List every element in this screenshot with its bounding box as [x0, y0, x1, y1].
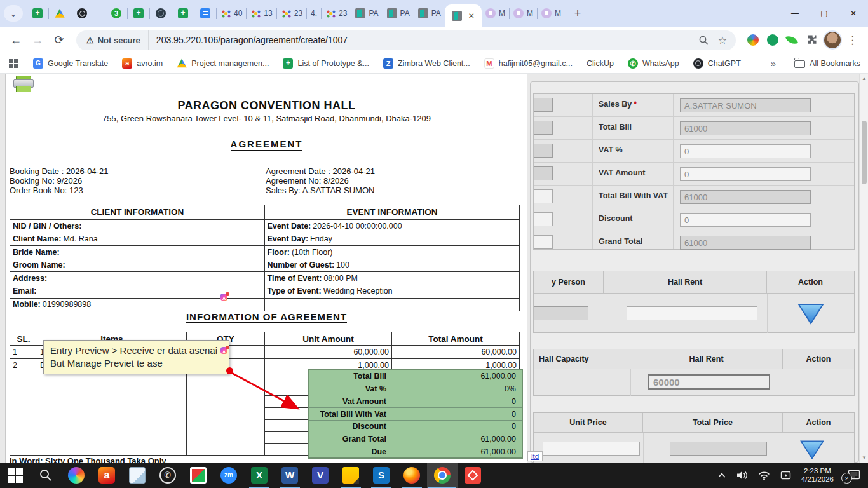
- total-bill-input[interactable]: 61000: [680, 121, 811, 135]
- browser-tab[interactable]: 23: [322, 4, 351, 23]
- apps-grid-icon[interactable]: [9, 59, 13, 63]
- vat-amount-input[interactable]: 0: [680, 167, 811, 181]
- irfanview-button[interactable]: [183, 463, 214, 488]
- new-tab-button[interactable]: +: [569, 4, 587, 22]
- close-tab-icon[interactable]: ✕: [468, 12, 475, 20]
- taskbar-search-button[interactable]: [31, 463, 61, 488]
- back-button[interactable]: ←: [6, 30, 25, 50]
- pinned-tab[interactable]: [172, 4, 194, 23]
- search-icon[interactable]: [698, 35, 709, 46]
- hidden-input-stub[interactable]: [534, 121, 553, 135]
- hidden-input-stub[interactable]: [534, 166, 553, 180]
- browser-tab[interactable]: 4.: [307, 4, 321, 23]
- bookmark-item[interactable]: Google Translate: [33, 58, 108, 69]
- pinned-tab[interactable]: [93, 4, 105, 23]
- browser-tab[interactable]: 13: [247, 4, 276, 23]
- avro-keyboard-button[interactable]: [92, 463, 122, 488]
- hall-rent-input[interactable]: [627, 306, 757, 320]
- scrollbar-thumb[interactable]: [862, 121, 867, 184]
- zoom-button[interactable]: [214, 463, 244, 488]
- close-window-button[interactable]: ✕: [839, 0, 868, 27]
- scroll-down-icon[interactable]: ▼: [860, 455, 868, 461]
- forward-button[interactable]: →: [28, 30, 47, 50]
- bookmark-item[interactable]: hafijmit05@gmail.c...: [484, 58, 573, 69]
- bookmark-item[interactable]: Zimbra Web Client...: [383, 58, 470, 69]
- person-input-stub[interactable]: [534, 306, 588, 320]
- taskbar-clock[interactable]: 2:23 PM 4/21/2026: [801, 467, 834, 484]
- browser-tab[interactable]: PA: [414, 4, 445, 23]
- notepad-button[interactable]: [122, 463, 153, 488]
- bookmark-item[interactable]: Project managemen...: [177, 58, 269, 69]
- print-icon[interactable]: [13, 76, 32, 92]
- total-price-input[interactable]: [670, 442, 767, 456]
- extension-icon[interactable]: [747, 34, 759, 46]
- total-bill-with-vat-input[interactable]: 61000: [680, 190, 811, 204]
- browser-tab[interactable]: M: [510, 4, 537, 23]
- pinned-tab[interactable]: [27, 4, 48, 23]
- browser-tab[interactable]: M: [482, 4, 509, 23]
- expand-triangle-icon[interactable]: [799, 439, 825, 461]
- extension-icon[interactable]: [767, 34, 778, 46]
- scroll-up-icon[interactable]: ▲: [860, 76, 868, 81]
- pinned-tab[interactable]: [150, 4, 172, 23]
- reload-button[interactable]: ⟳: [50, 30, 69, 50]
- excel-button[interactable]: [244, 463, 275, 488]
- hidden-input-stub[interactable]: [534, 189, 553, 203]
- browser-tab[interactable]: PA: [351, 4, 382, 23]
- leaf-extension-icon[interactable]: [785, 34, 799, 47]
- pinned-tab[interactable]: [71, 4, 93, 23]
- tray-expand-button[interactable]: [717, 472, 726, 478]
- s-app-button[interactable]: [366, 463, 397, 488]
- pinned-tab[interactable]: [128, 4, 149, 23]
- hidden-input-stub[interactable]: [534, 98, 553, 112]
- browser-tab[interactable]: 40: [217, 4, 246, 23]
- address-bar[interactable]: ⚠ Not secure 203.95.220.106/paragon/agre…: [76, 30, 736, 50]
- word-button[interactable]: [275, 463, 305, 488]
- vat-percent-input[interactable]: 0: [680, 144, 811, 158]
- network-button[interactable]: [758, 471, 770, 480]
- tab-search-button[interactable]: ⌄: [4, 5, 23, 22]
- sticky-notes-button[interactable]: [336, 463, 366, 488]
- url-text[interactable]: 203.95.220.106/paragon/agreement/create/…: [149, 35, 348, 45]
- volume-button[interactable]: [736, 470, 748, 480]
- chrome-button[interactable]: [427, 463, 458, 488]
- start-button[interactable]: [0, 463, 31, 488]
- hall-rent-60000-input[interactable]: 60000: [648, 374, 770, 390]
- hidden-input-stub[interactable]: [534, 144, 553, 158]
- tray-app-button[interactable]: [780, 471, 791, 480]
- security-chip[interactable]: ⚠ Not secure: [79, 30, 149, 50]
- expand-triangle-icon[interactable]: [797, 302, 825, 325]
- maximize-button[interactable]: ▢: [810, 0, 839, 27]
- minimize-button[interactable]: —: [780, 0, 810, 27]
- hidden-input-stub[interactable]: [534, 235, 553, 249]
- discount-input[interactable]: 0: [680, 213, 811, 227]
- visio-button[interactable]: [305, 463, 336, 488]
- pinned-tab[interactable]: [49, 4, 71, 23]
- bookmark-item[interactable]: List of Prototype &...: [283, 58, 369, 69]
- browser-tab[interactable]: PA: [383, 4, 414, 23]
- browser-tab[interactable]: 23: [277, 4, 306, 23]
- bookmark-item[interactable]: ChatGPT: [693, 58, 741, 69]
- grand-total-input[interactable]: 61000: [680, 236, 811, 250]
- bookmark-star-icon[interactable]: ☆: [718, 34, 727, 46]
- pinned-tab[interactable]: 3: [105, 4, 127, 23]
- action-center-button[interactable]: 2: [844, 470, 860, 481]
- bookmarks-overflow-icon[interactable]: »: [771, 58, 776, 69]
- bookmark-item[interactable]: WhatsApp: [628, 58, 679, 69]
- bookmark-item[interactable]: ClickUp: [587, 59, 614, 68]
- firefox-button[interactable]: [397, 463, 427, 488]
- profile-avatar[interactable]: [824, 32, 841, 48]
- pinned-tab[interactable]: [194, 4, 216, 23]
- browser-menu-icon[interactable]: ⋮: [843, 34, 862, 47]
- page-scrollbar[interactable]: ▲ ▼: [859, 74, 868, 463]
- bookmark-item[interactable]: avro.im: [122, 58, 163, 69]
- extensions-puzzle-icon[interactable]: [805, 34, 818, 46]
- browser-tab[interactable]: M: [538, 4, 565, 23]
- copilot-button[interactable]: [61, 463, 92, 488]
- hidden-input-stub[interactable]: [534, 212, 553, 226]
- unit-price-input[interactable]: [543, 442, 640, 456]
- anydesk-button[interactable]: [458, 463, 488, 488]
- whatsapp-button[interactable]: [153, 463, 183, 488]
- sales-by-input[interactable]: A.SATTAR SUMON: [680, 98, 811, 112]
- all-bookmarks-button[interactable]: All Bookmarks: [794, 58, 860, 68]
